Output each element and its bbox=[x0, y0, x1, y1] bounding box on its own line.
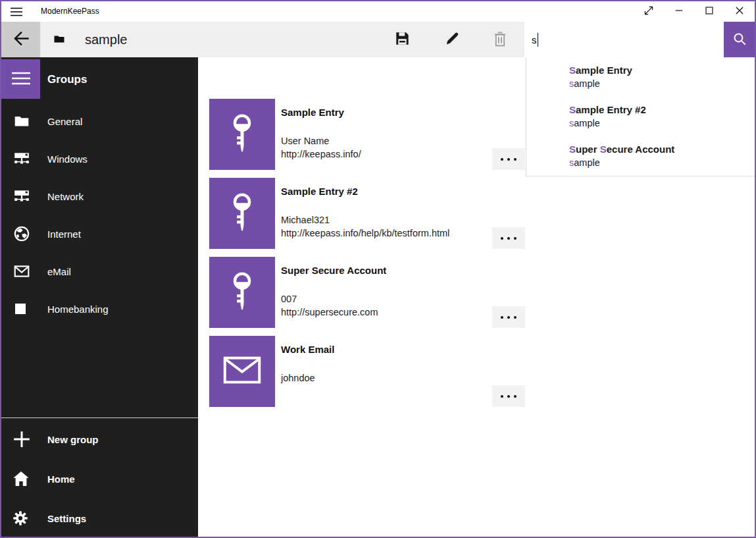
ellipsis-icon bbox=[501, 395, 503, 398]
network-icon bbox=[13, 188, 30, 204]
save-button[interactable] bbox=[386, 22, 418, 57]
entry-more-button[interactable] bbox=[492, 306, 525, 328]
sidebar-item-label: Internet bbox=[47, 228, 81, 239]
search-query-text: s bbox=[532, 34, 537, 45]
search-suggestion-sample-entry-2[interactable]: Sample Entry #2 sample bbox=[526, 103, 755, 143]
entry-details: User Name http://keepass.info/ bbox=[281, 134, 361, 161]
entry-username: 007 bbox=[281, 292, 378, 306]
entry-tile[interactable] bbox=[209, 336, 275, 407]
search-input[interactable]: s bbox=[524, 22, 724, 57]
entry-username: johndoe bbox=[281, 371, 315, 385]
sidebar-item-label: Homebanking bbox=[47, 303, 109, 314]
folder-icon bbox=[13, 113, 30, 130]
entry-tile[interactable] bbox=[209, 178, 275, 249]
entry-url: http://keepass.info/ bbox=[281, 148, 361, 161]
trash-icon bbox=[493, 31, 507, 49]
plus-icon bbox=[12, 429, 32, 449]
sidebar-item-new-group[interactable]: New group bbox=[1, 419, 198, 459]
entry-url: http://supersecure.com bbox=[281, 306, 378, 319]
entry-title: Work Email bbox=[281, 344, 334, 355]
envelope-icon bbox=[13, 263, 30, 280]
entry-details: 007 http://supersecure.com bbox=[281, 292, 378, 319]
entry-username: User Name bbox=[281, 134, 361, 148]
groups-heading: Groups bbox=[47, 72, 87, 88]
entry-title: Super Secure Account bbox=[281, 265, 386, 276]
app-window: ModernKeePass bbox=[0, 0, 756, 538]
sidebar-item-home[interactable]: Home bbox=[1, 459, 198, 498]
ellipsis-icon bbox=[501, 316, 503, 319]
nav-toggle-button[interactable] bbox=[1, 59, 40, 99]
close-button[interactable] bbox=[724, 1, 755, 22]
entry-url: http://keepass.info/help/kb/testform.htm… bbox=[281, 227, 449, 240]
home-icon bbox=[12, 470, 30, 487]
search-button[interactable] bbox=[724, 22, 755, 57]
sidebar-item-label: Windows bbox=[47, 153, 88, 164]
fullscreen-button[interactable] bbox=[634, 1, 664, 22]
ellipsis-icon bbox=[501, 237, 503, 240]
text-cursor bbox=[538, 33, 538, 47]
app-title: ModernKeePass bbox=[41, 1, 99, 22]
entry-more-button[interactable] bbox=[492, 227, 525, 249]
edit-button[interactable] bbox=[436, 22, 468, 57]
sidebar-item-settings[interactable]: Settings bbox=[1, 498, 198, 538]
search-icon bbox=[732, 32, 747, 48]
titlebar: ModernKeePass bbox=[1, 1, 755, 22]
app-menu-icon bbox=[10, 7, 23, 19]
sidebar-actions: New group Home Settings bbox=[1, 419, 198, 538]
entry-row-work-email[interactable]: Work Email johndoe bbox=[209, 336, 729, 407]
hamburger-icon bbox=[11, 71, 31, 88]
entry-tile[interactable] bbox=[209, 99, 275, 170]
key-icon bbox=[228, 112, 257, 157]
sidebar-item-label: eMail bbox=[47, 265, 71, 277]
maximize-icon bbox=[704, 5, 715, 18]
entry-row-sample-entry-2[interactable]: Sample Entry #2 Michael321 http://keepas… bbox=[209, 178, 729, 249]
database-title: sample bbox=[85, 22, 127, 57]
delete-button[interactable] bbox=[484, 22, 516, 57]
entry-title: Sample Entry bbox=[281, 107, 344, 118]
entry-details: Michael321 http://keepass.info/help/kb/t… bbox=[281, 213, 449, 240]
search-suggestion-super-secure-account[interactable]: Super Secure Account sample bbox=[526, 143, 755, 182]
key-icon bbox=[228, 270, 257, 315]
envelope-icon bbox=[223, 356, 261, 387]
entry-more-button[interactable] bbox=[492, 148, 525, 170]
group-list: General Windows Network Internet bbox=[1, 102, 198, 327]
entry-row-super-secure-account[interactable]: Super Secure Account 007 http://supersec… bbox=[209, 257, 729, 328]
search-suggestion-sample-entry[interactable]: Sample Entry sample bbox=[526, 64, 755, 103]
entry-more-button[interactable] bbox=[492, 385, 525, 407]
header: sample bbox=[40, 22, 524, 57]
sidebar-item-label: Home bbox=[47, 473, 75, 485]
database-folder-icon bbox=[53, 32, 66, 48]
expand-diagonal-icon bbox=[643, 5, 654, 18]
sidebar: Groups General Windows Network bbox=[1, 57, 198, 537]
sidebar-item-homebanking[interactable]: Homebanking bbox=[1, 290, 198, 327]
sidebar-item-network[interactable]: Network bbox=[1, 177, 198, 215]
globe-icon bbox=[13, 225, 30, 242]
sidebar-item-email[interactable]: eMail bbox=[1, 252, 198, 290]
entry-username: Michael321 bbox=[281, 213, 449, 227]
minimize-button[interactable] bbox=[664, 1, 694, 22]
suggestion-subtitle: sample bbox=[569, 156, 755, 169]
key-icon bbox=[228, 191, 257, 236]
maximize-button[interactable] bbox=[694, 1, 724, 22]
pencil-icon bbox=[445, 31, 460, 48]
network-icon bbox=[13, 151, 30, 167]
save-icon bbox=[395, 31, 410, 48]
close-icon bbox=[734, 5, 745, 18]
gear-icon bbox=[12, 510, 29, 527]
back-arrow-icon bbox=[12, 30, 30, 49]
suggestion-subtitle: sample bbox=[569, 117, 755, 130]
sidebar-item-internet[interactable]: Internet bbox=[1, 215, 198, 252]
minimize-icon bbox=[674, 5, 684, 18]
sidebar-item-label: Network bbox=[47, 190, 84, 202]
sidebar-item-general[interactable]: General bbox=[1, 102, 198, 140]
search-suggestions-dropdown: Sample Entry sample Sample Entry #2 samp… bbox=[526, 57, 755, 176]
back-button[interactable] bbox=[1, 22, 40, 57]
sidebar-divider bbox=[1, 417, 198, 418]
sidebar-item-windows[interactable]: Windows bbox=[1, 140, 198, 177]
sidebar-item-label: New group bbox=[47, 434, 99, 445]
entry-title: Sample Entry #2 bbox=[281, 186, 358, 197]
entry-tile[interactable] bbox=[209, 257, 275, 328]
sidebar-item-label: Settings bbox=[47, 513, 86, 524]
entry-details: johndoe bbox=[281, 371, 315, 385]
suggestion-title: Sample Entry #2 bbox=[569, 103, 755, 117]
